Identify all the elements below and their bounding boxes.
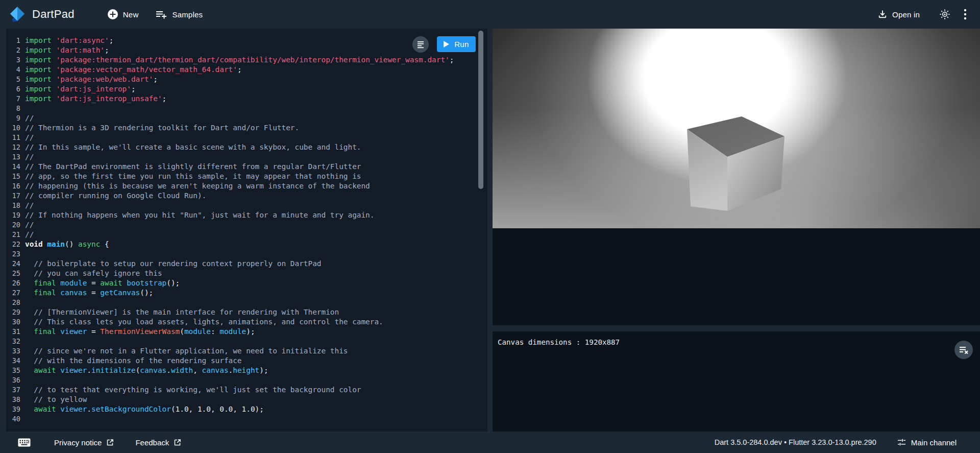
console-panel: Canvas dimensions : 980x453 xyxy=(493,331,980,432)
line-number: 11 xyxy=(6,133,20,142)
clear-console-icon xyxy=(959,345,969,354)
sdk-version-text: Dart 3.5.0-284.0.dev • Flutter 3.23.0-13… xyxy=(715,438,876,446)
line-number: 2 xyxy=(6,45,20,55)
dartpad-logo xyxy=(9,5,26,23)
open-in-button-label: Open in xyxy=(892,10,920,19)
feedback-label: Feedback xyxy=(135,438,169,447)
code-line: 33 // since we're not in a Flutter appli… xyxy=(6,346,487,356)
feedback-link[interactable]: Feedback xyxy=(135,438,181,447)
line-number: 34 xyxy=(6,356,20,366)
line-number: 8 xyxy=(6,104,20,113)
code-line: 29 // [ThermionViewer] is the main inter… xyxy=(6,307,487,317)
playlist-add-icon xyxy=(156,9,167,19)
line-number: 16 xyxy=(6,181,20,191)
code-line: 36 xyxy=(6,375,487,385)
line-number: 32 xyxy=(6,337,20,346)
render-canvas-3d[interactable] xyxy=(493,29,980,228)
code-line: 28 xyxy=(6,298,487,307)
channel-selector[interactable]: Main channel xyxy=(897,438,957,447)
code-lines: 1import 'dart:async';2import 'dart:math'… xyxy=(6,29,487,424)
keyboard-shortcuts-button[interactable] xyxy=(18,438,31,447)
keyboard-icon xyxy=(18,438,31,447)
line-number: 26 xyxy=(6,278,20,288)
line-number: 9 xyxy=(6,113,20,123)
code-line: 15// app, so the first time you run this… xyxy=(6,172,487,181)
brightness-icon xyxy=(939,9,950,20)
line-number: 15 xyxy=(6,172,20,181)
code-line: 32 xyxy=(6,337,487,346)
line-number: 24 xyxy=(6,259,20,269)
tune-icon xyxy=(897,438,906,447)
code-line: 40 xyxy=(6,414,487,424)
download-icon xyxy=(877,9,888,19)
line-number: 3 xyxy=(6,55,20,65)
main-area: 1import 'dart:async';2import 'dart:math'… xyxy=(0,29,980,432)
code-line: 23 xyxy=(6,249,487,259)
line-number: 1 xyxy=(6,36,20,45)
page-title: DartPad xyxy=(32,8,75,21)
code-line: 4import 'package:vector_math/vector_math… xyxy=(6,65,487,75)
viewer-background xyxy=(493,228,980,325)
code-line: 14// The DartPad environment is slightly… xyxy=(6,162,487,172)
line-number: 19 xyxy=(6,210,20,220)
open-in-button[interactable]: Open in xyxy=(877,9,920,19)
code-line: 21// xyxy=(6,230,487,240)
code-line: 38 // to yellow xyxy=(6,395,487,404)
code-line: 31 final viewer = ThermionViewerWasm(mod… xyxy=(6,327,487,337)
line-number: 39 xyxy=(6,404,20,414)
code-editor[interactable]: 1import 'dart:async';2import 'dart:math'… xyxy=(6,29,487,432)
new-button-label: New xyxy=(123,10,139,19)
code-line: 16// happening (this is because we aren'… xyxy=(6,181,487,191)
privacy-notice-link[interactable]: Privacy notice xyxy=(54,438,114,447)
code-line: 8 xyxy=(6,104,487,113)
code-line: 13// xyxy=(6,152,487,162)
execution-panel: Canvas dimensions : 980x453 xyxy=(493,29,980,432)
line-number: 37 xyxy=(6,385,20,395)
line-number: 23 xyxy=(6,249,20,259)
code-line: 7import 'dart:js_interop_unsafe'; xyxy=(6,94,487,104)
line-number: 40 xyxy=(6,414,20,424)
line-number: 33 xyxy=(6,346,20,356)
line-number: 14 xyxy=(6,162,20,172)
cube-3d xyxy=(681,109,791,218)
app-header: DartPad New Samples Open in xyxy=(0,0,980,29)
code-line: 5import 'package:web/web.dart'; xyxy=(6,75,487,84)
new-button[interactable]: New xyxy=(107,9,139,20)
run-button-label: Run xyxy=(454,40,469,49)
line-number: 31 xyxy=(6,327,20,337)
line-number: 21 xyxy=(6,230,20,240)
line-number: 29 xyxy=(6,307,20,317)
line-number: 13 xyxy=(6,152,20,162)
run-button[interactable]: Run xyxy=(437,36,476,52)
line-number: 20 xyxy=(6,220,20,230)
line-number: 7 xyxy=(6,94,20,104)
editor-scrollbar[interactable] xyxy=(478,31,483,189)
code-line: 35 await viewer.initialize(canvas.width,… xyxy=(6,366,487,375)
code-line: 37 // to test that everything is working… xyxy=(6,385,487,395)
code-line: 9// xyxy=(6,113,487,123)
code-line: 19// If nothing happens when you hit "Ru… xyxy=(6,210,487,220)
code-line: 3import 'package:thermion_dart/thermion_… xyxy=(6,55,487,65)
horizontal-splitter[interactable] xyxy=(493,325,980,331)
console-output: Canvas dimensions : 980x453 xyxy=(493,331,980,353)
samples-button-label: Samples xyxy=(172,10,203,19)
line-number: 5 xyxy=(6,75,20,84)
clear-console-button[interactable] xyxy=(954,341,973,359)
overflow-menu-button[interactable] xyxy=(964,8,967,20)
code-line: 20// xyxy=(6,220,487,230)
line-number: 38 xyxy=(6,395,20,404)
line-number: 25 xyxy=(6,269,20,278)
line-number: 27 xyxy=(6,288,20,298)
line-number: 36 xyxy=(6,375,20,385)
line-number: 22 xyxy=(6,240,20,249)
format-button[interactable] xyxy=(412,36,429,53)
play-icon xyxy=(444,41,449,47)
samples-button[interactable]: Samples xyxy=(156,9,203,19)
channel-label: Main channel xyxy=(911,438,957,447)
line-number: 6 xyxy=(6,84,20,94)
open-in-new-icon xyxy=(174,439,181,446)
code-line: 10// Thermion is a 3D rendering toolkit … xyxy=(6,123,487,133)
code-line: 34 // with the dimensions of the renderi… xyxy=(6,356,487,366)
line-number: 12 xyxy=(6,142,20,152)
theme-toggle-button[interactable] xyxy=(939,9,950,20)
